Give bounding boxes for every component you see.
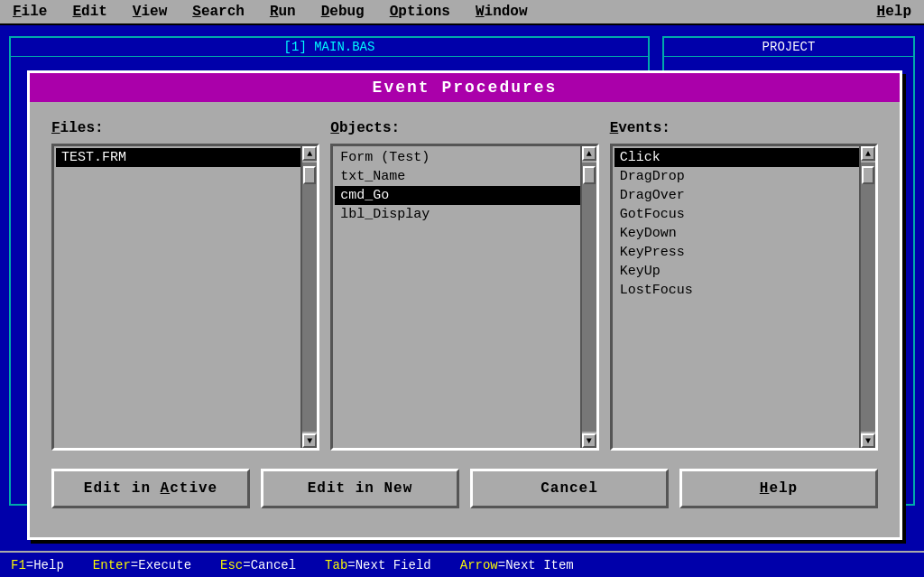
menu-edit[interactable]: Edit [67,2,112,22]
scroll-thumb[interactable] [862,166,874,184]
scroll-down-arrow[interactable]: ▼ [302,433,317,448]
menu-debug[interactable]: Debug [316,2,370,22]
objects-section: Objects: Form (Test) txt_Name cmd_Go lbl… [330,120,598,451]
menu-file[interactable]: File [7,2,52,22]
status-enter: Enter=Execute [93,558,191,572]
list-item[interactable]: KeyDown [614,224,873,243]
scroll-down-arrow[interactable]: ▼ [861,433,875,448]
objects-scrollbar: ▲ ▼ [580,146,596,448]
scroll-thumb[interactable] [583,166,596,184]
list-item[interactable]: DragDrop [614,167,873,186]
list-item[interactable]: KeyPress [614,243,873,262]
files-scrollbar: ▲ ▼ [300,146,317,448]
lists-row: Files: TEST.FRM ▲ ▼ [51,120,878,451]
scroll-track [582,163,596,432]
scroll-thumb[interactable] [303,166,316,184]
list-item[interactable]: cmd_Go [335,186,594,205]
buttons-row: Edit in Active Edit in New Cancel Help [51,469,878,508]
files-listbox[interactable]: TEST.FRM ▲ ▼ [51,144,319,451]
help-button[interactable]: Help [679,469,878,508]
list-item[interactable]: LostFocus [614,281,873,300]
events-label: Events: [610,120,878,136]
menu-options[interactable]: Options [384,2,456,22]
objects-listbox[interactable]: Form (Test) txt_Name cmd_Go lbl_Display … [330,144,598,451]
objects-list: Form (Test) txt_Name cmd_Go lbl_Display [335,148,594,446]
list-item[interactable]: Click [614,148,873,167]
scroll-down-arrow[interactable]: ▼ [582,433,596,448]
scroll-track [302,163,317,432]
edit-in-active-button[interactable]: Edit in Active [51,469,250,508]
list-item[interactable]: DragOver [614,186,873,205]
project-window-title: PROJECT [664,38,913,57]
dialog-title: Event Procedures [30,73,900,102]
events-scrollbar: ▲ ▼ [859,146,875,448]
edit-in-new-button[interactable]: Edit in New [261,469,459,508]
list-item[interactable]: TEST.FRM [56,148,315,167]
files-section: Files: TEST.FRM ▲ ▼ [51,120,319,451]
scroll-up-arrow[interactable]: ▲ [302,146,317,161]
scroll-up-arrow[interactable]: ▲ [861,146,875,161]
status-esc: Esc=Cancel [220,558,296,572]
list-item[interactable]: KeyUp [614,262,873,281]
events-list: Click DragDrop DragOver GotFocus KeyDown… [614,148,873,446]
files-label: Files: [51,120,319,136]
menu-window[interactable]: Window [470,2,533,22]
status-f1: F1=Help [11,558,64,572]
menu-view[interactable]: View [127,2,172,22]
objects-label: Objects: [330,120,598,136]
events-section: Events: Click DragDrop DragOver GotFocus… [610,120,878,451]
list-item[interactable]: GotFocus [614,205,873,224]
menu-help[interactable]: Help [872,2,917,22]
menubar: File Edit View Search Run Debug Options … [0,0,924,25]
dialog-body: Files: TEST.FRM ▲ ▼ [30,102,900,526]
ide-area: [1] MAIN.BAS PROJECT Event Procedures Fi… [0,25,924,551]
status-tab: Tab=Next Field [325,558,431,572]
menu-search[interactable]: Search [187,2,250,22]
list-item[interactable]: lbl_Display [335,205,594,224]
event-procedures-dialog: Event Procedures Files: TEST.FRM ▲ [27,70,902,540]
main-window-title: [1] MAIN.BAS [11,38,648,57]
events-listbox[interactable]: Click DragDrop DragOver GotFocus KeyDown… [610,144,878,451]
files-list: TEST.FRM [56,148,315,446]
scroll-up-arrow[interactable]: ▲ [582,146,596,161]
scroll-track [861,163,875,432]
cancel-button[interactable]: Cancel [470,469,669,508]
statusbar: F1=Help Enter=Execute Esc=Cancel Tab=Nex… [0,551,924,577]
menu-run[interactable]: Run [264,2,301,22]
list-item[interactable]: txt_Name [335,167,594,186]
status-arrow: Arrow=Next Item [460,558,574,572]
list-item[interactable]: Form (Test) [335,148,594,167]
